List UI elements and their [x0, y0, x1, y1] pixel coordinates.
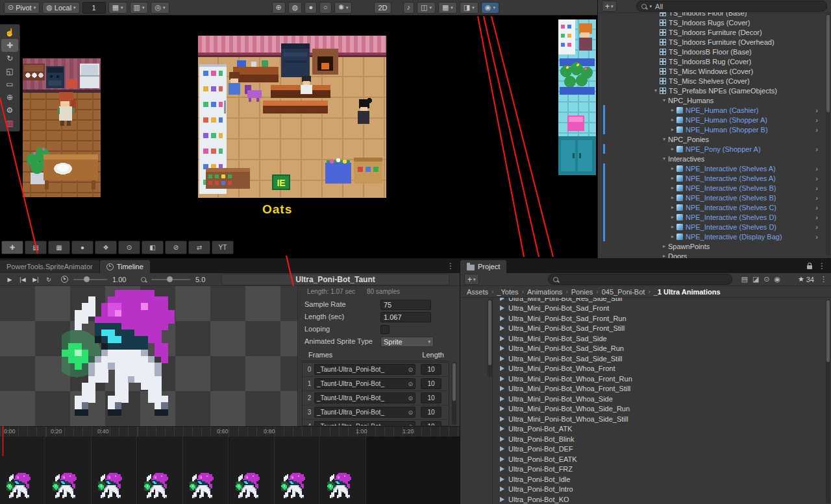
prev-frame-button[interactable]: |◀: [17, 274, 29, 285]
yt-button[interactable]: YT: [212, 241, 234, 254]
frame-sprite-field[interactable]: _Taunt-Ultra_Poni-Bot_⊙: [314, 392, 416, 403]
expand-toggle-icon[interactable]: ▸: [669, 165, 676, 171]
project-file-row[interactable]: Ultra_Mini_Poni-Bot_Whoa_Front_Run: [493, 374, 831, 384]
visibility-dropdown[interactable]: ◫▾: [417, 2, 436, 14]
expand-toggle-icon[interactable]: ▸: [669, 175, 676, 181]
zoom-button[interactable]: ⊙: [118, 241, 140, 254]
scene-globe-button[interactable]: ◍: [288, 2, 303, 14]
file-list-scrollbar[interactable]: [826, 299, 830, 503]
length-sec-field[interactable]: 1.067: [380, 312, 431, 322]
project-file-row[interactable]: Ultra_Poni-Bot_Idle: [493, 474, 831, 485]
create-asset-button[interactable]: + ▾: [464, 274, 479, 285]
hierarchy-item[interactable]: TS_Misc Shelves (Cover): [598, 76, 826, 86]
breadcrumb-segment[interactable]: _1 Ultra Animations: [654, 288, 721, 296]
project-file-row[interactable]: Ultra_Poni-Bot_DEF: [493, 444, 831, 455]
project-file-row[interactable]: Ultra_Mini_Poni-Bot_Sad_Side: [493, 333, 831, 344]
rotate-tool[interactable]: ↻: [1, 52, 18, 65]
prefab-open-chevron-icon[interactable]: ›: [815, 233, 818, 241]
grid-visibility-dropdown[interactable]: ▦▾: [438, 2, 457, 14]
tab-powertools-spriteanimator[interactable]: PowerTools.SpriteAnimator: [0, 260, 99, 273]
expand-toggle-icon[interactable]: ▸: [669, 126, 676, 132]
tab-timeline[interactable]: Timeline: [100, 260, 150, 273]
project-file-row[interactable]: Ultra_Poni-Bot_Intro: [493, 485, 831, 495]
expand-toggle-icon[interactable]: ▸: [669, 224, 676, 230]
hierarchy-item[interactable]: ▾NPC_Humans: [598, 95, 826, 105]
hierarchy-item-prefab[interactable]: ▸NPE_Interactive (Shelves D)›: [598, 212, 826, 222]
hierarchy-item-prefab[interactable]: ▸NPE_Interactive (Shelves A)›: [598, 173, 826, 183]
project-file-row[interactable]: Ultra_Mini_Poni-Bot_Whoa_Side_Run: [493, 404, 831, 414]
frame-length-field[interactable]: 10: [421, 364, 441, 375]
play-button[interactable]: ▶: [4, 274, 16, 285]
frame-row[interactable]: 3_Taunt-Ultra_Poni-Bot_⊙10: [303, 405, 449, 420]
hierarchy-item[interactable]: TS_Indoors Rugs (Cover): [598, 18, 826, 27]
grid-snap-dropdown[interactable]: ▦▾: [108, 2, 127, 14]
project-file-row[interactable]: Ultra_Mini_Poni-Bot_Res_Side_Still: [493, 298, 831, 304]
frame-sprite-field[interactable]: _Taunt-Ultra_Poni-Bot_⊙: [314, 421, 416, 426]
prefab-open-chevron-icon[interactable]: ›: [815, 184, 818, 192]
project-file-row[interactable]: Ultra_Mini_Poni-Bot_Sad_Front: [493, 304, 831, 314]
hierarchy-item[interactable]: TS_Misc Windows (Cover): [598, 66, 826, 76]
hierarchy-item[interactable]: ▸SpawnPoints: [598, 241, 826, 251]
timeline-frame-cell[interactable]: [138, 437, 183, 504]
paint-button[interactable]: ❖: [95, 241, 117, 254]
prefab-open-chevron-icon[interactable]: ›: [815, 174, 818, 182]
project-file-row[interactable]: Ultra_Mini_Poni-Bot_Whoa_Front_Still: [493, 384, 831, 394]
prefab-open-chevron-icon[interactable]: ›: [815, 165, 818, 173]
prefab-open-chevron-icon[interactable]: ›: [815, 126, 818, 134]
frame-length-field[interactable]: 10: [421, 378, 441, 389]
hierarchy-item-prefab[interactable]: ▸NPE_Interactive (Shelves D)›: [598, 222, 826, 232]
local-dropdown[interactable]: ◍ Local ▾: [42, 2, 79, 14]
frame-length-field[interactable]: 10: [421, 421, 441, 426]
hierarchy-item[interactable]: ▾Interactives: [598, 154, 826, 163]
timeline-frame-cell[interactable]: [321, 437, 366, 504]
object-picker-icon[interactable]: ⊙: [408, 395, 413, 402]
frame-sprite-field[interactable]: _Taunt-Ultra_Poni-Bot_⊙: [314, 407, 416, 418]
hierarchy-scrollbar[interactable]: [826, 14, 830, 256]
expand-toggle-icon[interactable]: ▾: [660, 97, 668, 103]
expand-toggle-icon[interactable]: ▸: [669, 234, 676, 239]
project-file-row[interactable]: Ultra_Mini_Poni-Bot_Sad_Side_Run: [493, 344, 831, 354]
radial-tool-dropdown[interactable]: ◎▾: [151, 2, 169, 14]
dot-button[interactable]: ●: [71, 241, 93, 254]
frame-sprite-field[interactable]: _Taunt-Ultra_Poni-Bot_⊙: [314, 378, 416, 389]
loop-button[interactable]: ↻: [43, 274, 55, 285]
timeline-frames-strip[interactable]: [0, 437, 460, 504]
hierarchy-item[interactable]: ▾NPC_Ponies: [598, 134, 826, 144]
prefab-open-chevron-icon[interactable]: ›: [815, 213, 818, 221]
speed-slider[interactable]: [73, 279, 107, 280]
toolbar-menu-icon[interactable]: ⋮: [820, 275, 827, 283]
sprite-preview-area[interactable]: [0, 286, 297, 426]
sprite-animator-tool[interactable]: ▥: [1, 117, 18, 130]
folder-column-scrollbar[interactable]: [488, 299, 492, 377]
move-mode-button[interactable]: ✚: [1, 241, 23, 254]
breadcrumb-segment[interactable]: Animations: [527, 288, 562, 296]
transform-tool[interactable]: ⊕: [1, 91, 18, 104]
expand-toggle-icon[interactable]: ▸: [669, 195, 676, 200]
project-file-row[interactable]: Ultra_Poni-Bot_KO: [493, 494, 831, 504]
project-file-row[interactable]: Ultra_Poni-Bot_Blink: [493, 434, 831, 444]
frame-row[interactable]: 2_Taunt-Ultra_Poni-Bot_⊙10: [303, 391, 449, 405]
expand-toggle-icon[interactable]: ▸: [660, 243, 668, 249]
prefab-open-chevron-icon[interactable]: ›: [815, 194, 818, 202]
hierarchy-item-prefab[interactable]: ▸NPE_Interactive (Shelves B)›: [598, 183, 826, 193]
breadcrumb-segment[interactable]: Ponies: [571, 288, 593, 296]
project-search-input[interactable]: [548, 274, 732, 285]
lock-icon[interactable]: [807, 265, 812, 269]
snap-value-field[interactable]: 1: [82, 2, 106, 14]
project-file-row[interactable]: Ultra_Mini_Poni-Bot_Whoa_Front: [493, 364, 831, 374]
project-file-row[interactable]: Ultra_Mini_Poni-Bot_Sad_Front_Run: [493, 313, 831, 324]
star-icon[interactable]: ★: [798, 275, 804, 283]
hierarchy-item[interactable]: TS_IndoorsB Rug (Cover): [598, 56, 826, 66]
sample-rate-field[interactable]: 75: [380, 300, 431, 310]
project-file-row[interactable]: Ultra_Mini_Poni-Bot_Whoa_Side: [493, 394, 831, 404]
hierarchy-item-prefab[interactable]: ▸NPE_Interactive (Display Bag)›: [598, 232, 826, 241]
panel-menu-icon[interactable]: ⋮: [818, 261, 826, 270]
scene-pivot-button[interactable]: ⊕: [272, 2, 286, 14]
grid-button[interactable]: ▦: [48, 241, 70, 254]
expand-toggle-icon[interactable]: ▸: [669, 204, 676, 210]
view-hand-tool[interactable]: ☝: [1, 26, 18, 39]
panel-menu-icon[interactable]: ⋮: [447, 261, 454, 270]
preview-toggle-icon[interactable]: ◉: [775, 275, 781, 283]
scene-view[interactable]: IE Oats ✚▤▦●❖⊙◧⊘⇄YT: [0, 16, 597, 258]
object-picker-icon[interactable]: ⊙: [408, 381, 413, 387]
